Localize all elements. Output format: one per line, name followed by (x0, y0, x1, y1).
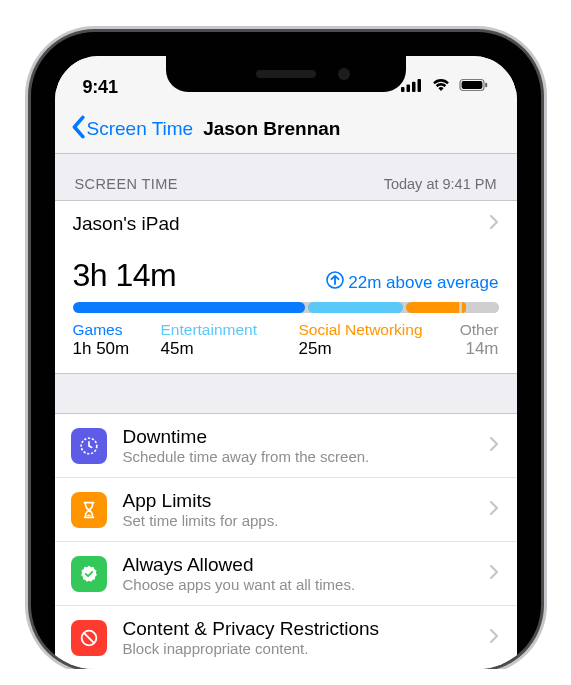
cellular-icon (401, 78, 423, 96)
status-time: 9:41 (83, 77, 118, 98)
category-social: Social Networking 25m (299, 321, 439, 359)
downtime-icon (71, 428, 107, 464)
bar-segment-other (469, 302, 499, 313)
notch (166, 56, 406, 92)
section-header-timestamp: Today at 9:41 PM (384, 176, 497, 192)
section-spacer (55, 374, 517, 414)
device-row[interactable]: Jason's iPad (55, 200, 517, 247)
svg-rect-6 (485, 83, 487, 87)
category-games: Games 1h 50m (73, 321, 151, 359)
bar-segment-games (73, 302, 305, 313)
svg-rect-3 (417, 79, 421, 92)
chevron-right-icon (489, 214, 499, 234)
usage-summary[interactable]: 3h 14m 22m above average Games 1h 5 (55, 247, 517, 374)
chevron-right-icon (489, 564, 499, 584)
category-legend: Games 1h 50m Entertainment 45m Social Ne… (73, 321, 499, 359)
bar-segment-social (406, 302, 459, 313)
category-entertainment: Entertainment 45m (161, 321, 289, 359)
no-sign-icon (71, 620, 107, 656)
chevron-right-icon (489, 436, 499, 456)
phone-frame: 9:41 Screen Time Jason Brennan (31, 32, 541, 669)
option-title: Always Allowed (123, 554, 489, 576)
svg-rect-5 (461, 81, 482, 89)
delta-above-average: 22m above average (326, 271, 498, 294)
category-other: Other 14m (449, 321, 499, 359)
option-subtitle: Set time limits for apps. (123, 512, 489, 529)
svg-rect-2 (412, 82, 416, 92)
nav-bar: Screen Time Jason Brennan (55, 104, 517, 154)
bar-segment-entertainment (308, 302, 403, 313)
screen: 9:41 Screen Time Jason Brennan (55, 56, 517, 669)
nav-title: Jason Brennan (203, 118, 340, 140)
bar-segment-social (462, 302, 466, 313)
option-subtitle: Schedule time away from the screen. (123, 448, 489, 465)
svg-rect-1 (406, 85, 410, 93)
chevron-right-icon (489, 500, 499, 520)
nav-back-label[interactable]: Screen Time (87, 118, 194, 140)
device-name: Jason's iPad (73, 213, 180, 235)
option-title: Downtime (123, 426, 489, 448)
option-title: Content & Privacy Restrictions (123, 618, 489, 640)
option-row-downtime[interactable]: Downtime Schedule time away from the scr… (55, 414, 517, 477)
option-subtitle: Block inappropriate content. (123, 640, 489, 657)
section-header-left: SCREEN TIME (75, 176, 178, 192)
checkmark-seal-icon (71, 556, 107, 592)
back-button[interactable] (69, 115, 87, 143)
svg-rect-0 (401, 87, 405, 92)
total-time: 3h 14m (73, 257, 177, 294)
wifi-icon (431, 78, 451, 96)
svg-line-10 (83, 632, 93, 642)
hourglass-icon (71, 492, 107, 528)
chevron-right-icon (489, 628, 499, 648)
option-row-content-restrictions[interactable]: Content & Privacy Restrictions Block ina… (55, 605, 517, 669)
option-subtitle: Choose apps you want at all times. (123, 576, 489, 593)
option-title: App Limits (123, 490, 489, 512)
usage-bar-chart (73, 302, 499, 313)
arrow-up-circle-icon (326, 271, 344, 294)
option-row-app-limits[interactable]: App Limits Set time limits for apps. (55, 477, 517, 541)
battery-icon (459, 78, 489, 96)
option-row-always-allowed[interactable]: Always Allowed Choose apps you want at a… (55, 541, 517, 605)
section-header: SCREEN TIME Today at 9:41 PM (55, 154, 517, 200)
